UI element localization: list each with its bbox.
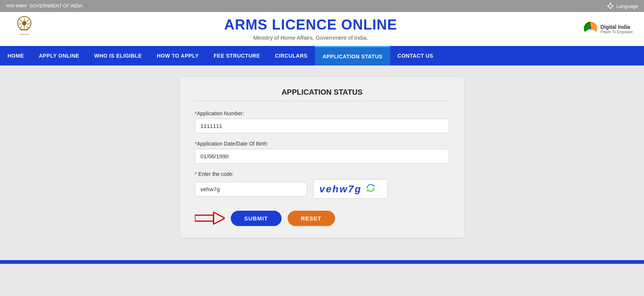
top-bar-right: Language xyxy=(607,2,638,10)
svg-rect-18 xyxy=(21,29,28,30)
svg-line-4 xyxy=(608,4,610,6)
main-content: APPLICATION STATUS *Application Number: … xyxy=(0,65,644,253)
header-logo: सत्यमेव जयते xyxy=(11,16,37,42)
application-number-group: *Application Number: xyxy=(195,110,449,133)
application-status-form: APPLICATION STATUS *Application Number: … xyxy=(180,77,464,238)
svg-point-9 xyxy=(22,21,27,25)
svg-line-16 xyxy=(20,26,22,28)
application-date-input[interactable] xyxy=(195,149,449,164)
svg-line-5 xyxy=(610,4,613,6)
nav-how-to-apply[interactable]: HOW TO APPLY xyxy=(149,46,206,65)
captcha-label: * Enter the code: xyxy=(195,171,449,177)
buttons-row: SUBMIT RESET xyxy=(195,210,449,226)
header: सत्यमेव जयते ARMS LICENCE ONLINE Ministr… xyxy=(0,12,644,46)
refresh-captcha-icon[interactable] xyxy=(365,183,376,195)
arrow-indicator xyxy=(195,210,225,226)
captcha-display-text: vehw7g xyxy=(319,183,362,195)
svg-rect-22 xyxy=(195,215,214,221)
red-arrow-icon xyxy=(195,210,225,226)
svg-line-7 xyxy=(610,7,613,8)
hindi-text: भारत सरकार xyxy=(6,3,27,9)
svg-text:सत्यमेव जयते: सत्यमेव जयते xyxy=(19,33,29,36)
site-title: ARMS LICENCE ONLINE xyxy=(37,17,584,33)
svg-marker-20 xyxy=(373,184,375,186)
nav-home[interactable]: HOME xyxy=(0,46,31,65)
required-star-3: * xyxy=(195,171,198,177)
svg-rect-0 xyxy=(610,3,611,4)
nav-who-eligible[interactable]: WHO IS ELIGIBLE xyxy=(87,46,149,65)
submit-button[interactable]: SUBMIT xyxy=(231,211,282,226)
site-subtitle: Ministry of Home Affairs, Government of … xyxy=(37,34,584,41)
svg-line-11 xyxy=(27,19,29,22)
digital-india-text2: Power To Empower xyxy=(600,30,633,34)
application-date-label: *Application Date/Date Of Birth: xyxy=(195,141,449,147)
application-date-group: *Application Date/Date Of Birth: xyxy=(195,141,449,164)
reset-button[interactable]: RESET xyxy=(288,211,335,226)
gov-text: GOVERNMENT OF INDIA xyxy=(30,3,82,9)
application-number-label: *Application Number: xyxy=(195,110,449,116)
language-label[interactable]: Language xyxy=(616,3,638,9)
form-title: APPLICATION STATUS xyxy=(195,88,449,101)
top-bar-left: भारत सरकार GOVERNMENT OF INDIA xyxy=(6,3,82,9)
di-circle-icon xyxy=(584,22,597,35)
captcha-input[interactable] xyxy=(195,182,307,196)
nav-apply-online[interactable]: APPLY ONLINE xyxy=(31,46,87,65)
nav-fee-structure[interactable]: FEE STRUCTURE xyxy=(206,46,267,65)
captcha-row: vehw7g xyxy=(195,179,449,199)
svg-marker-21 xyxy=(366,189,368,191)
svg-marker-23 xyxy=(214,212,225,224)
org-icon xyxy=(607,2,614,10)
svg-line-6 xyxy=(608,7,610,8)
top-bar: भारत सरकार GOVERNMENT OF INDIA Language xyxy=(0,0,644,12)
header-title: ARMS LICENCE ONLINE Ministry of Home Aff… xyxy=(37,17,584,41)
nav-circulars[interactable]: CIRCULARS xyxy=(267,46,315,65)
emblem: सत्यमेव जयते xyxy=(11,16,37,42)
digital-india-text1: Digital India xyxy=(600,24,630,30)
application-number-input[interactable] xyxy=(195,119,449,133)
digital-india-logo: Digital India Power To Empower xyxy=(584,22,633,36)
footer-bar xyxy=(0,260,644,264)
nav-application-status[interactable]: APPLICATION STATUS xyxy=(315,46,390,65)
nav-contact-us[interactable]: CONTACT US xyxy=(390,46,441,65)
svg-line-13 xyxy=(27,26,29,28)
navigation: HOME APPLY ONLINE WHO IS ELIGIBLE HOW TO… xyxy=(0,46,644,65)
captcha-group: * Enter the code: vehw7g xyxy=(195,171,449,199)
svg-line-14 xyxy=(20,19,22,22)
captcha-image: vehw7g xyxy=(313,179,388,199)
